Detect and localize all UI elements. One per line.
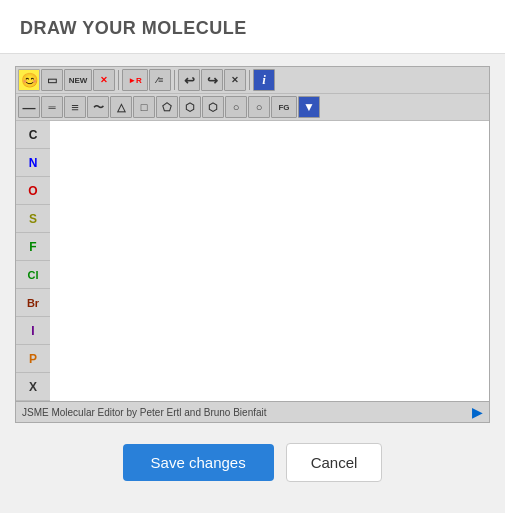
- new-button[interactable]: NEW: [64, 69, 92, 91]
- save-button[interactable]: Save changes: [123, 444, 274, 481]
- undo-button[interactable]: ↩: [178, 69, 200, 91]
- editor-credit: JSME Molecular Editor by Peter Ertl and …: [22, 407, 267, 418]
- play-button[interactable]: ▶: [472, 404, 483, 420]
- redo2-button[interactable]: ↪: [201, 69, 223, 91]
- page-header: DRAW YOUR MOLECULE: [0, 0, 505, 54]
- atom-iodine[interactable]: I: [16, 317, 50, 345]
- atom-bromine[interactable]: Br: [16, 289, 50, 317]
- fg-button[interactable]: FG: [271, 96, 297, 118]
- toolbar-row1: 😊 ▭ NEW ✕ ►R ∕≡ ↩ ↪ ✕ i: [16, 67, 489, 94]
- cancel-button[interactable]: Cancel: [286, 443, 383, 482]
- stereo-button[interactable]: ∕≡: [149, 69, 171, 91]
- drawing-canvas[interactable]: [50, 121, 489, 401]
- bond-double-button[interactable]: ═: [41, 96, 63, 118]
- bottom-bar: Save changes Cancel: [123, 443, 383, 482]
- clear-button[interactable]: ✕: [224, 69, 246, 91]
- atom-phosphorus[interactable]: P: [16, 345, 50, 373]
- separator3: [249, 70, 250, 90]
- pentagon-button[interactable]: ⬠: [156, 96, 178, 118]
- arrow-button[interactable]: ▼: [298, 96, 320, 118]
- editor-footer: JSME Molecular Editor by Peter Ertl and …: [16, 401, 489, 422]
- atom-other[interactable]: X: [16, 373, 50, 401]
- atom-sulfur[interactable]: S: [16, 205, 50, 233]
- bond-triple-button[interactable]: ≡: [64, 96, 86, 118]
- page-title: DRAW YOUR MOLECULE: [20, 18, 247, 38]
- select-button[interactable]: ▭: [41, 69, 63, 91]
- delete-button[interactable]: ✕: [93, 69, 115, 91]
- info-button[interactable]: i: [253, 69, 275, 91]
- separator2: [174, 70, 175, 90]
- smiley-button[interactable]: 😊: [18, 69, 40, 91]
- triangle-button[interactable]: △: [110, 96, 132, 118]
- redo-button[interactable]: ►R: [122, 69, 148, 91]
- atom-nitrogen[interactable]: N: [16, 149, 50, 177]
- atom-carbon[interactable]: C: [16, 121, 50, 149]
- toolbar-row2: — ═ ≡ 〜 △ □ ⬠ ⬡ ⬡ ○ ○ FG ▼: [16, 94, 489, 121]
- atom-fluorine[interactable]: F: [16, 233, 50, 261]
- hexagon-alt-button[interactable]: ⬡: [202, 96, 224, 118]
- molecule-editor: 😊 ▭ NEW ✕ ►R ∕≡ ↩ ↪ ✕ i — ═ ≡ 〜 △ □ ⬠ ⬡ …: [15, 66, 490, 423]
- hexagon-full-button[interactable]: ⬡: [179, 96, 201, 118]
- editor-body: C N O S F Cl Br I P X: [16, 121, 489, 401]
- atom-sidebar: C N O S F Cl Br I P X: [16, 121, 50, 401]
- bond-single-button[interactable]: —: [18, 96, 40, 118]
- square-button[interactable]: □: [133, 96, 155, 118]
- atom-oxygen[interactable]: O: [16, 177, 50, 205]
- bond-wave-button[interactable]: 〜: [87, 96, 109, 118]
- ring2-button[interactable]: ○: [248, 96, 270, 118]
- atom-chlorine[interactable]: Cl: [16, 261, 50, 289]
- ring1-button[interactable]: ○: [225, 96, 247, 118]
- separator1: [118, 70, 119, 90]
